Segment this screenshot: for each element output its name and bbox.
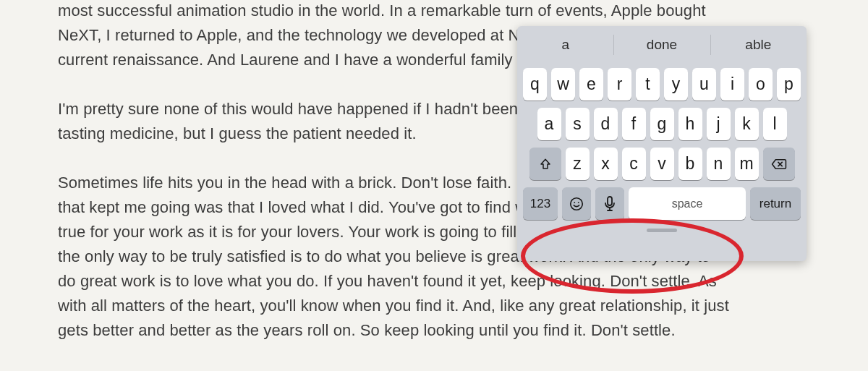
key-l[interactable]: l [763, 108, 787, 140]
key-p[interactable]: p [777, 68, 801, 101]
svg-point-3 [574, 202, 575, 203]
key-e[interactable]: e [579, 68, 603, 101]
key-b[interactable]: b [678, 148, 702, 180]
dictation-key[interactable] [595, 187, 624, 220]
key-w[interactable]: w [551, 68, 575, 101]
svg-rect-5 [608, 197, 612, 205]
keyboard-drag-handle[interactable] [647, 229, 677, 232]
key-z[interactable]: z [566, 148, 590, 180]
key-n[interactable]: n [707, 148, 731, 180]
floating-keyboard[interactable]: a done able q w e r t y u i o p a s d f … [517, 26, 807, 261]
key-t[interactable]: t [636, 68, 660, 101]
key-i[interactable]: i [720, 68, 744, 101]
suggestion-1[interactable]: a [517, 26, 613, 64]
key-c[interactable]: c [622, 148, 646, 180]
key-r[interactable]: r [608, 68, 631, 101]
space-key[interactable]: space [629, 187, 746, 220]
emoji-key[interactable] [562, 187, 591, 220]
key-a[interactable]: a [537, 108, 561, 140]
key-g[interactable]: g [650, 108, 674, 140]
key-v[interactable]: v [650, 148, 674, 180]
svg-point-4 [578, 202, 579, 203]
numbers-key[interactable]: 123 [523, 187, 558, 220]
key-s[interactable]: s [566, 108, 590, 140]
emoji-icon [569, 196, 584, 212]
key-y[interactable]: y [664, 68, 688, 101]
key-row-2: a s d f g h j k l [523, 108, 801, 140]
key-f[interactable]: f [622, 108, 646, 140]
svg-point-2 [571, 197, 583, 210]
suggestion-bar: a done able [517, 26, 807, 64]
key-x[interactable]: x [594, 148, 618, 180]
key-rows: q w e r t y u i o p a s d f g h j k l [517, 64, 807, 226]
key-row-3: z x c v b n m [523, 148, 801, 180]
key-row-1: q w e r t y u i o p [523, 68, 801, 101]
key-q[interactable]: q [523, 68, 547, 101]
microphone-icon [604, 196, 616, 212]
shift-icon [539, 158, 552, 171]
key-u[interactable]: u [692, 68, 716, 101]
key-o[interactable]: o [749, 68, 773, 101]
suggestion-3[interactable]: able [710, 26, 807, 64]
backspace-key[interactable] [763, 148, 795, 180]
key-k[interactable]: k [735, 108, 759, 140]
return-key[interactable]: return [750, 187, 801, 220]
key-i2[interactable]: j [707, 108, 731, 140]
shift-key[interactable] [529, 148, 561, 180]
key-m[interactable]: m [735, 148, 759, 180]
key-d[interactable]: d [594, 108, 618, 140]
backspace-icon [771, 158, 787, 170]
suggestion-2[interactable]: done [613, 26, 710, 64]
key-h[interactable]: h [678, 108, 702, 140]
key-row-4: 123 [523, 187, 801, 220]
